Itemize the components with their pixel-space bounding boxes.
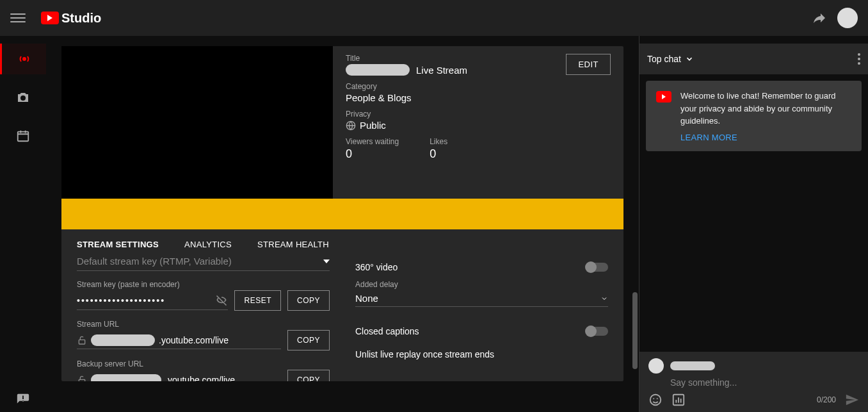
svg-rect-9: [675, 400, 677, 403]
chat-header: Top chat: [639, 44, 868, 74]
category-label: Category: [346, 82, 611, 91]
stream-url-input[interactable]: .youtube.com/live: [77, 332, 281, 349]
chat-body: Welcome to live chat! Remember to guard …: [639, 74, 868, 352]
copy-backup-button[interactable]: COPY: [287, 370, 330, 381]
svg-point-5: [650, 395, 661, 406]
chat-mode-select[interactable]: Top chat: [647, 54, 694, 64]
send-icon[interactable]: [845, 393, 859, 407]
topbar-right: [812, 8, 858, 28]
category-value: People & Blogs: [346, 92, 611, 103]
stream-key-label: Stream key (paste in encoder): [77, 280, 330, 289]
edit-button[interactable]: EDIT: [566, 54, 611, 75]
scrollbar[interactable]: [632, 292, 638, 369]
chat-learn-more[interactable]: LEARN MORE: [680, 133, 851, 142]
chat-input-area: Say something... 0/200: [639, 352, 868, 412]
content: Title Live Stream EDIT Category People &…: [46, 36, 868, 412]
studio-text: Studio: [61, 11, 101, 26]
svg-point-6: [653, 398, 654, 399]
privacy-value: Public: [346, 120, 611, 131]
added-delay-select[interactable]: None: [355, 290, 608, 307]
svg-rect-1: [18, 132, 29, 142]
chevron-down-icon: [685, 54, 694, 63]
stream-url-label: Stream URL: [77, 320, 330, 329]
rail-camera-icon[interactable]: [0, 82, 46, 113]
backup-url-redacted: [91, 374, 161, 382]
warning-banner: [61, 199, 623, 229]
youtube-icon: [656, 91, 671, 103]
url-redacted: [91, 334, 155, 346]
copy-url-button[interactable]: COPY: [287, 330, 330, 350]
share-icon[interactable]: [812, 10, 827, 26]
topbar-left: Studio: [10, 10, 101, 26]
tab-stream-settings[interactable]: STREAM SETTINGS: [77, 240, 159, 253]
closed-captions-toggle[interactable]: [586, 327, 608, 336]
chat-counter: 0/200: [817, 395, 836, 404]
center-column: Title Live Stream EDIT Category People &…: [46, 36, 639, 412]
svg-point-7: [657, 398, 658, 399]
left-rail: [0, 36, 46, 412]
svg-rect-10: [678, 397, 679, 402]
lock-open-icon: [77, 335, 87, 345]
chevron-down-icon: [323, 260, 330, 263]
likes-label: Likes: [430, 137, 447, 146]
chat-user-name: [670, 361, 715, 370]
menu-icon[interactable]: [10, 10, 26, 26]
studio-logo[interactable]: Studio: [41, 11, 101, 26]
settings-right: 360° video Added delay None Closed capti…: [355, 256, 608, 381]
rail-calendar-icon[interactable]: [0, 120, 46, 151]
main-layout: Title Live Stream EDIT Category People &…: [0, 36, 868, 412]
chat-welcome-text: Welcome to live chat! Remember to guard …: [680, 90, 851, 128]
unlist-replay-label: Unlist live replay once stream ends: [355, 349, 494, 359]
tabs: STREAM SETTINGS ANALYTICS STREAM HEALTH: [61, 229, 623, 253]
closed-captions-label: Closed captions: [355, 326, 419, 336]
stream-preview: [61, 46, 333, 199]
stream-key-input[interactable]: ••••••••••••••••••••: [77, 292, 228, 310]
svg-rect-4: [79, 379, 84, 381]
settings-left: Default stream key (RTMP, Variable) Stre…: [77, 256, 330, 381]
backup-url-input[interactable]: .youtube.com/live: [77, 372, 281, 382]
avatar[interactable]: [837, 8, 858, 28]
settings-body: Default stream key (RTMP, Variable) Stre…: [61, 253, 623, 381]
svg-point-0: [22, 57, 26, 61]
chat-input[interactable]: Say something...: [670, 377, 859, 388]
viewers-label: Viewers waiting: [346, 137, 399, 146]
title-label: Title: [346, 54, 566, 63]
emoji-icon[interactable]: [648, 393, 663, 407]
rail-stream-icon[interactable]: [0, 44, 46, 74]
title-redacted: [346, 64, 410, 76]
globe-icon: [346, 120, 356, 131]
360-video-label: 360° video: [355, 262, 398, 272]
chat-column: Top chat Welcome to live chat! Remember …: [639, 36, 868, 412]
backup-url-label: Backup server URL: [77, 359, 330, 368]
rail-feedback-icon[interactable]: [0, 393, 46, 407]
likes-value: 0: [430, 147, 447, 161]
svg-rect-11: [680, 399, 682, 402]
chevron-down-icon: [600, 295, 608, 302]
360-video-toggle[interactable]: [586, 263, 608, 272]
title-value: Live Stream: [346, 64, 566, 76]
lock-open-icon: [77, 375, 87, 382]
tab-analytics[interactable]: ANALYTICS: [184, 240, 232, 253]
privacy-label: Privacy: [346, 110, 611, 119]
poll-icon[interactable]: [671, 393, 686, 407]
youtube-icon: [41, 12, 59, 24]
visibility-off-icon[interactable]: [215, 294, 228, 307]
chat-user-avatar: [648, 358, 664, 374]
stream-key-select[interactable]: Default stream key (RTMP, Variable): [77, 256, 330, 271]
topbar: Studio: [0, 0, 868, 36]
svg-rect-3: [79, 340, 84, 344]
chat-menu-icon[interactable]: [858, 53, 860, 65]
tab-stream-health[interactable]: STREAM HEALTH: [257, 240, 329, 253]
viewers-value: 0: [346, 147, 399, 161]
chat-welcome-card: Welcome to live chat! Remember to guard …: [646, 81, 862, 151]
stream-metadata: Title Live Stream EDIT Category People &…: [333, 46, 623, 199]
stream-box: Title Live Stream EDIT Category People &…: [61, 46, 623, 381]
added-delay-label: Added delay: [355, 280, 608, 289]
reset-button[interactable]: RESET: [234, 290, 281, 311]
copy-key-button[interactable]: COPY: [287, 290, 330, 311]
